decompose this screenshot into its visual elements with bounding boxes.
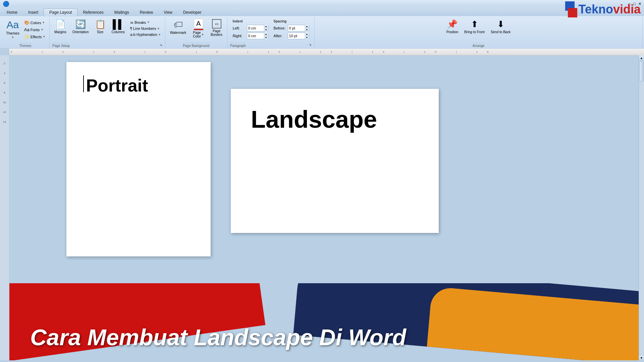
themes-icon: Aa	[7, 19, 19, 31]
spacing-before-arrows: ▲ ▼	[305, 25, 309, 32]
tab-page-layout[interactable]: Page Layout	[44, 8, 77, 16]
colors-button[interactable]: 🎨 Colors ▼	[23, 19, 47, 26]
vruler-10: 10	[3, 101, 6, 104]
vruler-6: 6	[4, 81, 5, 84]
hyphenation-arrow: ▼	[158, 33, 161, 36]
spacing-after-up[interactable]: ▲	[305, 33, 309, 36]
indent-right-down[interactable]: ▼	[264, 36, 268, 39]
indent-right-arrows: ▲ ▼	[264, 33, 268, 39]
scrollbar-thumb[interactable]	[639, 61, 644, 81]
watermark-label: Watermark	[170, 31, 186, 35]
fonts-button[interactable]: Aa Fonts ▼	[23, 26, 47, 33]
indent-right-up[interactable]: ▲	[264, 33, 268, 36]
vruler-14: 14	[3, 120, 6, 123]
size-button[interactable]: 📋 Size	[93, 18, 108, 35]
orientation-button[interactable]: 🔄 Orientation	[70, 18, 91, 35]
arrange-group: 📌 Position ⬆ Bring to Front ⬇ Send to Ba…	[315, 17, 643, 48]
columns-label: Columns	[112, 30, 125, 34]
spacing-after-input[interactable]: ▲ ▼	[288, 33, 309, 39]
scrollbar-up-btn[interactable]: ▲	[639, 55, 644, 61]
position-button[interactable]: 📌 Position	[444, 18, 461, 35]
tab-home[interactable]: Home	[1, 9, 23, 16]
margins-label: Margins	[54, 30, 66, 34]
logo-text-accent: vidia	[613, 2, 641, 16]
portrait-document[interactable]: Portrait	[66, 62, 211, 256]
page-color-label: Page Color	[193, 31, 201, 38]
scrollbar-vertical[interactable]: ▲ ▼	[639, 55, 644, 360]
themes-small-buttons: 🎨 Colors ▼ Aa Fonts ▼ ✨ Effects ▼	[23, 19, 47, 40]
tab-view[interactable]: View	[158, 9, 178, 16]
page-color-button[interactable]: A Page Color ▼	[191, 18, 206, 39]
page-borders-button[interactable]: ▭ Page Borders	[209, 18, 224, 38]
line-numbers-arrow: ▼	[157, 27, 160, 30]
spacing-before-value[interactable]	[288, 26, 305, 30]
tab-review[interactable]: Review	[135, 9, 158, 16]
paragraph-dialog-btn[interactable]: ↘	[309, 43, 312, 47]
arrange-group-label: Arrange	[473, 43, 485, 48]
tab-developer[interactable]: Developer	[178, 9, 207, 16]
vruler-8: 8	[4, 91, 5, 94]
spacing-after-value[interactable]	[288, 34, 305, 38]
effects-button[interactable]: ✨ Effects ▼	[23, 34, 47, 40]
page-setup-dialog-btn[interactable]: ↘	[160, 43, 162, 47]
themes-label: Themes	[6, 31, 19, 35]
vruler-12: 12	[3, 111, 6, 114]
ribbon-content: Aa Themes ▼ 🎨 Colors ▼ Aa Fonts ▼ ✨ Effe…	[0, 16, 644, 48]
margins-button[interactable]: 📄 Margins	[52, 18, 68, 35]
indent-left-value[interactable]	[247, 26, 264, 30]
indent-right-label: Right:	[233, 34, 246, 38]
fonts-arrow: ▼	[41, 28, 43, 31]
spacing-after-arrows: ▲ ▼	[305, 33, 309, 39]
send-to-back-icon: ⬇	[497, 19, 504, 29]
indent-left-down[interactable]: ▼	[264, 28, 268, 32]
breaks-button[interactable]: ⚌ Breaks ▼	[129, 19, 162, 25]
tab-references[interactable]: References	[77, 9, 109, 16]
indent-left-up[interactable]: ▲	[264, 25, 268, 28]
main-area: 2 4 6 8 10 12 14 Portrait Landscape Cara…	[0, 55, 644, 360]
spacing-before-input[interactable]: ▲ ▼	[288, 25, 309, 32]
line-numbers-button[interactable]: ¶ Line Numbers ▼	[129, 26, 162, 31]
line-numbers-icon: ¶	[130, 26, 132, 31]
bring-to-front-button[interactable]: ⬆ Bring to Front	[462, 18, 487, 35]
page-borders-label: Page Borders	[211, 29, 222, 37]
themes-group: Aa Themes ▼ 🎨 Colors ▼ Aa Fonts ▼ ✨ Effe…	[1, 17, 50, 48]
spacing-before-down[interactable]: ▼	[305, 28, 309, 32]
indent-left-input[interactable]: ▲ ▼	[247, 25, 268, 32]
breaks-arrow: ▼	[147, 21, 150, 24]
color-bar	[194, 29, 203, 30]
themes-button[interactable]: Aa Themes ▼	[4, 18, 21, 40]
send-to-back-button[interactable]: ⬇ Send to Back	[489, 18, 513, 35]
page-color-arrow: ▼	[201, 33, 204, 36]
scrollbar-down-btn[interactable]: ▼	[639, 355, 644, 360]
spacing-before-row: Before: ▲ ▼	[274, 25, 309, 32]
effects-icon: ✨	[24, 34, 30, 39]
paragraph-group-label: Paragraph	[230, 43, 246, 48]
indent-right-input[interactable]: ▲ ▼	[247, 33, 268, 39]
cursor	[83, 75, 84, 92]
watermark-button[interactable]: 🏷 Watermark	[168, 18, 189, 36]
page-background-group: 🏷 Watermark A Page Color ▼ ▭ Page Border…	[165, 17, 227, 48]
spacing-before-up[interactable]: ▲	[305, 25, 309, 28]
hyphenation-button[interactable]: a-b Hyphenation ▼	[129, 32, 162, 37]
scrollbar-track	[639, 61, 644, 355]
hyphenation-icon: a-b	[130, 33, 136, 37]
bring-to-front-icon: ⬆	[471, 19, 478, 29]
columns-icon: ▌▌	[113, 19, 124, 29]
ribbon-tabs: Home Insert Page Layout References Maili…	[0, 7, 644, 16]
columns-button[interactable]: ▌▌ Columns	[110, 18, 127, 35]
landscape-document[interactable]: Landscape	[231, 89, 439, 233]
indent-left-arrows: ▲ ▼	[264, 25, 268, 32]
spacing-after-down[interactable]: ▼	[305, 36, 309, 39]
ruler-corner	[0, 49, 9, 55]
spacing-after-label: After:	[274, 34, 286, 38]
send-to-back-label: Send to Back	[491, 30, 511, 34]
tab-insert[interactable]: Insert	[23, 9, 44, 16]
breaks-label: Breaks	[135, 20, 146, 24]
indent-right-value[interactable]	[247, 34, 264, 38]
indent-right-row: Right: ▲ ▼	[233, 33, 268, 39]
ruler-inner: 2 | 2 | 4 | 6 | 8 | 10 | 12 | 14 | 16 | …	[9, 49, 644, 55]
watermark-icon: 🏷	[173, 19, 183, 30]
tab-mailings[interactable]: Mailings	[109, 9, 135, 16]
indent-left-row: Left: ▲ ▼	[233, 25, 268, 32]
effects-arrow: ▼	[43, 35, 45, 38]
